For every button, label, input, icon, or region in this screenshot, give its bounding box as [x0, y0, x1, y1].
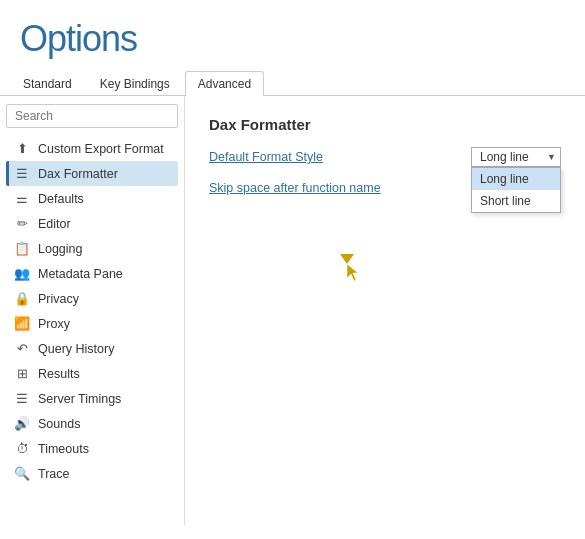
sidebar-item-label: Sounds	[38, 417, 80, 431]
sidebar-item-timeouts[interactable]: ⏱ Timeouts	[6, 436, 178, 461]
sidebar-item-editor[interactable]: ✏ Editor	[6, 211, 178, 236]
tab-advanced[interactable]: Advanced	[185, 71, 264, 96]
sidebar-item-label: Server Timings	[38, 392, 121, 406]
title-bar: Options	[0, 0, 585, 70]
sidebar-item-label: Proxy	[38, 317, 70, 331]
sidebar-item-label: Editor	[38, 217, 71, 231]
svg-marker-0	[347, 264, 358, 281]
option-row-default-format: Default Format Style Long line ▼ Long li…	[209, 147, 561, 167]
sidebar-item-label: Trace	[38, 467, 70, 481]
mouse-cursor-icon	[347, 264, 361, 282]
tabs-bar: Standard Key Bindings Advanced	[0, 70, 585, 96]
sounds-icon: 🔊	[14, 416, 30, 431]
default-format-dropdown-trigger[interactable]: Long line ▼	[471, 147, 561, 167]
tab-key-bindings[interactable]: Key Bindings	[87, 71, 183, 96]
defaults-icon: ⚌	[14, 191, 30, 206]
dax-icon: ☰	[14, 166, 30, 181]
content-area: ⬆ Custom Export Format ☰ Dax Formatter ⚌…	[0, 96, 585, 525]
section-title: Dax Formatter	[209, 116, 561, 133]
sidebar-item-label: Dax Formatter	[38, 167, 118, 181]
export-icon: ⬆	[14, 141, 30, 156]
sidebar-item-label: Results	[38, 367, 80, 381]
sidebar-item-label: Defaults	[38, 192, 84, 206]
timeouts-icon: ⏱	[14, 441, 30, 456]
search-input[interactable]	[6, 104, 178, 128]
page-title: Options	[20, 18, 565, 60]
sidebar-item-custom-export[interactable]: ⬆ Custom Export Format	[6, 136, 178, 161]
results-icon: ⊞	[14, 366, 30, 381]
trace-icon: 🔍	[14, 466, 30, 481]
dropdown-option-short-line[interactable]: Short line	[472, 190, 560, 212]
sidebar-item-metadata-pane[interactable]: 👥 Metadata Pane	[6, 261, 178, 286]
server-timings-icon: ☰	[14, 391, 30, 406]
sidebar-item-label: Custom Export Format	[38, 142, 164, 156]
sidebar-item-results[interactable]: ⊞ Results	[6, 361, 178, 386]
default-format-dropdown-container: Long line ▼ Long line Short line	[471, 147, 561, 167]
sidebar-item-label: Logging	[38, 242, 83, 256]
query-history-icon: ↶	[14, 341, 30, 356]
sidebar-item-label: Privacy	[38, 292, 79, 306]
chevron-down-icon: ▼	[547, 152, 556, 162]
editor-icon: ✏	[14, 216, 30, 231]
dropdown-menu: Long line Short line	[471, 167, 561, 213]
sidebar-item-label: Timeouts	[38, 442, 89, 456]
sidebar-item-sounds[interactable]: 🔊 Sounds	[6, 411, 178, 436]
sidebar-item-query-history[interactable]: ↶ Query History	[6, 336, 178, 361]
sidebar-item-dax-formatter[interactable]: ☰ Dax Formatter	[6, 161, 178, 186]
main-content: Dax Formatter Default Format Style Long …	[185, 96, 585, 525]
sidebar-item-proxy[interactable]: 📶 Proxy	[6, 311, 178, 336]
dropdown-current-value: Long line	[480, 150, 529, 164]
sidebar-item-privacy[interactable]: 🔒 Privacy	[6, 286, 178, 311]
metadata-icon: 👥	[14, 266, 30, 281]
sidebar-item-label: Metadata Pane	[38, 267, 123, 281]
privacy-icon: 🔒	[14, 291, 30, 306]
sidebar-item-label: Query History	[38, 342, 114, 356]
default-format-style-label[interactable]: Default Format Style	[209, 150, 455, 164]
sidebar: ⬆ Custom Export Format ☰ Dax Formatter ⚌…	[0, 96, 185, 525]
sidebar-item-trace[interactable]: 🔍 Trace	[6, 461, 178, 486]
sidebar-item-defaults[interactable]: ⚌ Defaults	[6, 186, 178, 211]
cursor-indicator	[340, 254, 354, 264]
proxy-icon: 📶	[14, 316, 30, 331]
tab-standard[interactable]: Standard	[10, 71, 85, 96]
sidebar-item-logging[interactable]: 📋 Logging	[6, 236, 178, 261]
sidebar-item-server-timings[interactable]: ☰ Server Timings	[6, 386, 178, 411]
logging-icon: 📋	[14, 241, 30, 256]
dropdown-option-long-line[interactable]: Long line	[472, 168, 560, 190]
